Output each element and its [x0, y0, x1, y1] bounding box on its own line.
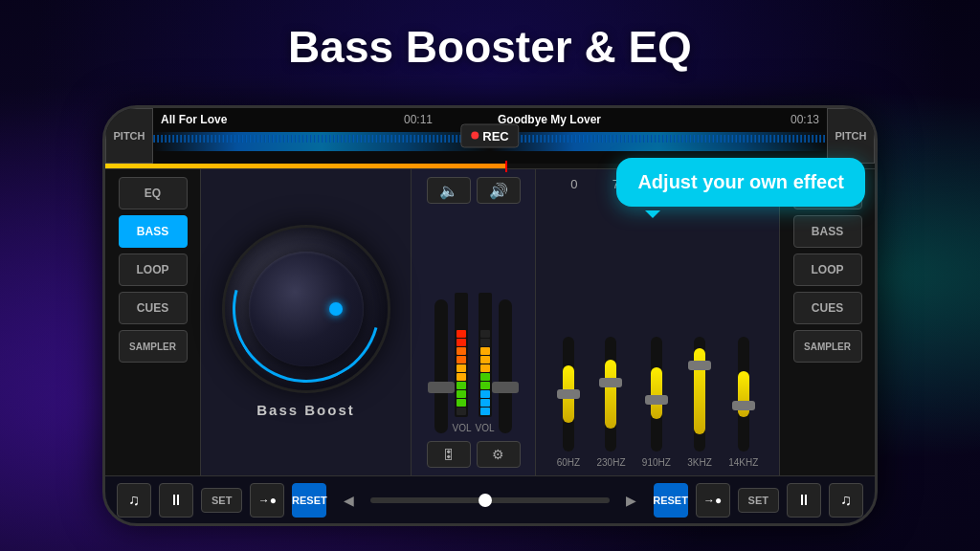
vu-column-left: VOL [452, 293, 471, 433]
vu-seg [480, 347, 490, 355]
vu-seg [457, 339, 466, 346]
vol-slider-right[interactable] [499, 299, 512, 433]
vol-label-right: VOL [476, 423, 495, 433]
eq-freq-60hz: 60HZ [557, 457, 580, 468]
vu-seg [457, 373, 466, 381]
waveform-detail-right [490, 135, 827, 143]
fx-button[interactable]: 🎛 [427, 441, 471, 468]
right-loop-button[interactable]: LOOP [793, 253, 862, 286]
rewind-button[interactable]: ◀ [334, 486, 363, 515]
eq-slider-14khz: 14KHZ [728, 337, 758, 468]
pitch-left-button[interactable]: PITCH [105, 108, 153, 164]
waveform-left: All For Love 00:11 [153, 108, 490, 164]
rec-button[interactable]: REC [460, 123, 519, 147]
music-note-right-button[interactable]: ♫ [829, 483, 863, 518]
vu-seg [480, 364, 490, 372]
left-eq-button[interactable]: EQ [119, 177, 188, 209]
waveform-detail-left [153, 135, 490, 143]
page-title: Bass Booster & EQ [288, 21, 692, 73]
eq-track-3khz[interactable] [694, 337, 705, 452]
vol-slider-left[interactable] [434, 299, 448, 433]
eq-freq-910hz: 910HZ [642, 457, 671, 468]
eq-slider-230hz: 230HZ [596, 337, 625, 468]
set-left-button[interactable]: SET [201, 488, 242, 513]
volume-up-button[interactable]: 🔊 [477, 177, 521, 204]
reset-left-button[interactable]: RESET [292, 483, 326, 518]
progress-cursor [505, 161, 507, 172]
bass-knob[interactable] [225, 228, 388, 390]
right-cues-button[interactable]: CUES [793, 292, 862, 324]
eq-track-14khz[interactable] [738, 337, 749, 452]
eq-thumb-910hz[interactable] [645, 395, 668, 405]
eq-thumb-60hz[interactable] [557, 389, 580, 399]
vu-seg [457, 364, 466, 372]
forward-button[interactable]: ▶ [617, 486, 646, 515]
vu-seg [480, 356, 490, 364]
eq-freq-3khz: 3KHZ [687, 457, 712, 468]
right-sampler-button[interactable]: SAMPLER [793, 330, 862, 363]
eq-track-910hz[interactable] [651, 337, 662, 452]
vu-seg [480, 339, 490, 346]
vu-seg [480, 408, 490, 415]
right-track-time: 00:13 [791, 113, 819, 126]
vu-seg [480, 373, 490, 381]
transport-slider[interactable] [370, 497, 609, 503]
pause-right-button[interactable]: ⏸ [787, 483, 821, 518]
arrow-record-right-button[interactable]: →● [696, 483, 730, 518]
vu-seg [457, 330, 466, 338]
vol-thumb-left[interactable] [428, 382, 455, 393]
vu-column-right: VOL [476, 293, 495, 433]
vol-thumb-right[interactable] [492, 382, 519, 393]
eq-val-0: 0 [555, 177, 593, 191]
vol-label-left: VOL [452, 423, 471, 433]
left-bass-button[interactable]: BASS [119, 215, 188, 248]
vu-controls: 🔈 🔊 [427, 177, 521, 204]
volume-down-button[interactable]: 🔈 [427, 177, 471, 204]
vu-bar-left [455, 293, 468, 417]
eq-track-60hz[interactable] [563, 337, 574, 452]
right-bass-button[interactable]: BASS [793, 215, 862, 248]
rec-label: REC [482, 128, 508, 143]
left-cues-button[interactable]: CUES [119, 292, 188, 324]
transport-bar: ♫ ⏸ SET →● RESET ◀ ▶ RESET →● SET ⏸ ♫ [105, 475, 875, 523]
right-panel: EQ BASS LOOP CUES SAMPLER [779, 169, 875, 475]
top-bar: PITCH All For Love 00:11 REC Goodbye My … [105, 108, 875, 164]
left-track-time: 00:11 [404, 113, 433, 126]
knob-inner [249, 252, 364, 366]
eq-slider-910hz: 910HZ [642, 337, 671, 468]
left-loop-button[interactable]: LOOP [119, 253, 188, 286]
eq-freq-14khz: 14KHZ [728, 457, 758, 468]
eq-slider-3khz: 3KHZ [687, 337, 712, 468]
left-track-name: All For Love [161, 113, 227, 126]
pitch-right-button[interactable]: PITCH [827, 108, 875, 164]
vu-seg [480, 382, 490, 389]
eq-thumb-14khz[interactable] [732, 401, 755, 410]
eq-track-230hz[interactable] [605, 337, 616, 452]
settings-button[interactable]: ⚙ [477, 441, 521, 468]
vu-seg [480, 399, 490, 407]
vu-seg [480, 330, 490, 338]
rec-dot-icon [471, 132, 479, 140]
vu-meters: VOL VOL [434, 211, 511, 433]
knob-container [225, 228, 388, 390]
vu-seg [457, 399, 466, 407]
eq-fill-910hz [651, 367, 662, 419]
vu-seg [457, 390, 466, 398]
vu-seg [457, 356, 466, 364]
set-right-button[interactable]: SET [738, 488, 779, 513]
vu-seg [480, 390, 490, 398]
left-panel: EQ BASS LOOP CUES SAMPLER [105, 169, 201, 475]
left-sampler-button[interactable]: SAMPLER [119, 330, 188, 363]
music-note-left-button[interactable]: ♫ [117, 483, 151, 518]
waveform-right: Goodbye My Lover 00:13 [490, 108, 827, 164]
eq-thumb-3khz[interactable] [688, 361, 711, 370]
vu-seg [457, 408, 466, 415]
reset-right-button[interactable]: RESET [654, 483, 688, 518]
eq-thumb-230hz[interactable] [599, 378, 622, 387]
knob-area: Bass Boost [201, 169, 412, 475]
eq-fill-230hz [605, 360, 616, 429]
tooltip-text: Adjust your own effect [637, 171, 844, 192]
arrow-record-left-button[interactable]: →● [250, 483, 284, 518]
tooltip-bubble: Adjust your own effect [616, 158, 865, 207]
pause-left-button[interactable]: ⏸ [159, 483, 193, 518]
